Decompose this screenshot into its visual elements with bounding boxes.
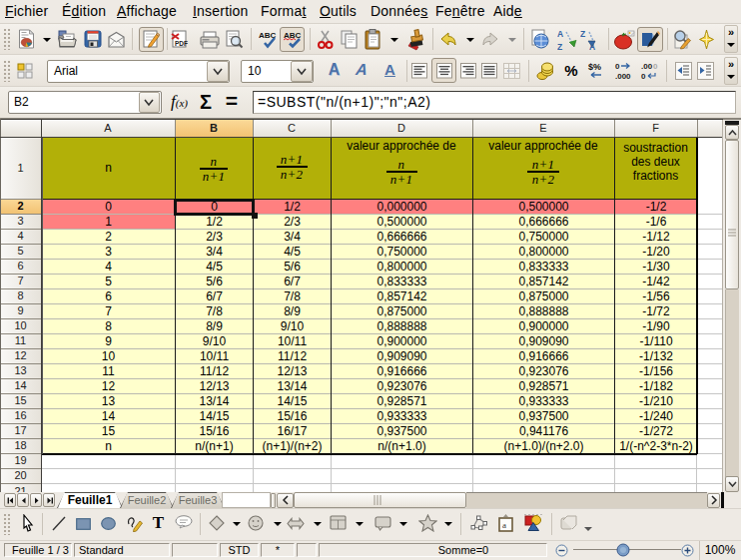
svg-text:0: 0 <box>615 62 620 71</box>
svg-text:Z: Z <box>580 29 585 39</box>
svg-text:A: A <box>557 29 563 39</box>
svg-text:PDF: PDF <box>175 40 188 47</box>
svg-text:a: a <box>502 520 506 530</box>
svg-text:$%: $% <box>588 62 601 72</box>
svg-text:Z: Z <box>557 42 562 51</box>
svg-text:.00: .00 <box>641 62 653 71</box>
svg-text:.000: .000 <box>615 72 631 81</box>
svg-text:0: 0 <box>653 62 658 71</box>
svg-text:0: 0 <box>641 72 646 81</box>
